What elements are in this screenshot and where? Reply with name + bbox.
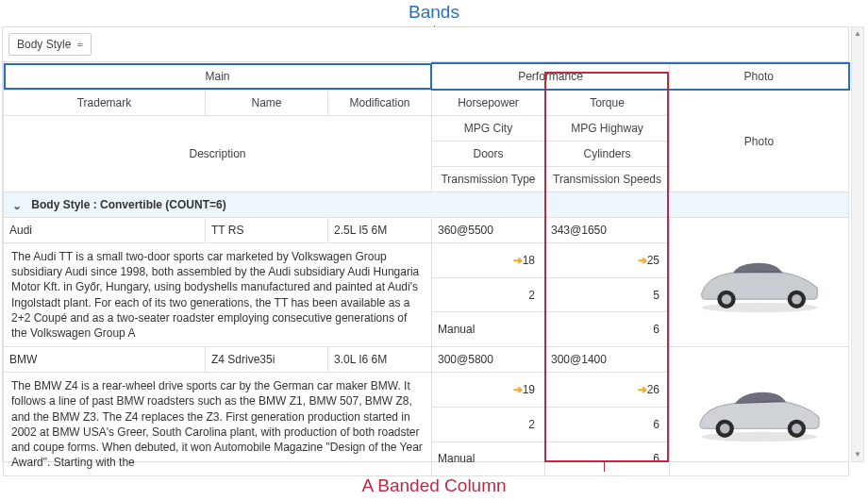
cell-doors: 2 <box>432 407 545 442</box>
col-horsepower[interactable]: Horsepower <box>432 90 545 116</box>
arrow-right-icon: ➔ <box>509 383 523 396</box>
col-cylinders[interactable]: Cylinders <box>545 142 670 167</box>
svg-point-9 <box>792 424 802 434</box>
col-mpg-city[interactable]: MPG City <box>432 116 545 142</box>
band-performance[interactable]: Performance <box>432 63 670 90</box>
scroll-up-icon[interactable]: ▲ <box>852 27 863 41</box>
scroll-down-icon[interactable]: ▼ <box>852 448 863 461</box>
cell-horsepower: 360@5500 <box>432 218 545 243</box>
cell-torque: 343@1650 <box>545 218 670 243</box>
cell-transmission-type: Manual <box>432 442 545 476</box>
cell-name: TT RS <box>206 218 328 243</box>
cell-cylinders: 6 <box>545 407 670 442</box>
col-name[interactable]: Name <box>206 90 328 116</box>
arrow-right-icon: ➔ <box>634 254 647 267</box>
annotation-banded-column-label: A Banded Column <box>0 475 868 496</box>
arrow-right-icon: ➔ <box>509 254 523 267</box>
cell-trademark: Audi <box>4 218 206 243</box>
cell-mpg-highway: ➔26 <box>545 373 670 408</box>
column-header-row-1: Trademark Name Modification Horsepower T… <box>4 90 849 116</box>
col-transmission-speeds[interactable]: Transmission Speeds <box>545 167 670 192</box>
group-row-convertible[interactable]: ⌄ Body Style : Convertible (COUNT=6) <box>4 192 849 218</box>
arrow-right-icon: ➔ <box>634 383 647 396</box>
group-panel[interactable]: Body Style ≐ <box>3 27 848 62</box>
group-chip-body-style[interactable]: Body Style ≐ <box>8 33 92 56</box>
col-transmission-type[interactable]: Transmission Type <box>432 167 545 192</box>
grid-panel: Body Style ≐ Main Performance Photo Trad… <box>2 26 849 462</box>
table-row[interactable]: BMW Z4 Sdrive35i 3.0L I6 6M 300@5800 300… <box>4 347 849 373</box>
col-mpg-highway[interactable]: MPG Highway <box>545 116 670 142</box>
svg-point-7 <box>720 424 730 434</box>
cell-description: The Audi TT is a small two-door sports c… <box>4 243 432 347</box>
svg-point-4 <box>792 294 802 305</box>
cell-description: The BMW Z4 is a rear-wheel drive sports … <box>4 373 432 476</box>
cell-transmission-type: Manual <box>432 312 545 347</box>
annotation-banded-column-line <box>604 462 605 472</box>
car-image <box>689 248 830 314</box>
annotation-bands-label: Bands <box>0 2 868 23</box>
car-image <box>689 377 830 443</box>
col-trademark[interactable]: Trademark <box>4 90 206 116</box>
cell-modification: 2.5L I5 6M <box>328 218 432 243</box>
band-photo[interactable]: Photo <box>670 63 849 90</box>
chevron-down-icon[interactable]: ⌄ <box>11 199 23 212</box>
band-main[interactable]: Main <box>4 63 432 90</box>
group-row-label: Body Style : Convertible (COUNT=6) <box>31 198 225 211</box>
cell-mpg-highway: ➔25 <box>545 243 670 278</box>
col-photo[interactable]: Photo <box>670 90 849 192</box>
group-chip-label: Body Style <box>17 38 71 51</box>
cell-horsepower: 300@5800 <box>432 347 545 373</box>
col-torque[interactable]: Torque <box>545 90 670 116</box>
cell-doors: 2 <box>432 277 545 312</box>
col-doors[interactable]: Doors <box>432 142 545 167</box>
cell-modification: 3.0L I6 6M <box>328 347 432 373</box>
vertical-scrollbar[interactable]: ▲ ▼ <box>851 26 864 462</box>
cell-photo <box>670 347 849 476</box>
cell-transmission-speeds: 6 <box>545 442 670 476</box>
cell-transmission-speeds: 6 <box>545 312 670 347</box>
band-header-row: Main Performance Photo <box>4 63 849 90</box>
cell-photo <box>670 218 849 347</box>
sort-icon: ≐ <box>76 40 83 49</box>
cell-mpg-city: ➔18 <box>432 243 545 278</box>
col-description[interactable]: Description <box>4 116 432 192</box>
cell-mpg-city: ➔19 <box>432 373 545 408</box>
col-modification[interactable]: Modification <box>328 90 432 116</box>
svg-point-2 <box>721 294 731 305</box>
cell-cylinders: 5 <box>545 277 670 312</box>
cell-name: Z4 Sdrive35i <box>206 347 328 373</box>
data-grid: Main Performance Photo Trademark Name Mo… <box>3 62 850 476</box>
cell-torque: 300@1400 <box>545 347 670 373</box>
table-row[interactable]: Audi TT RS 2.5L I5 6M 360@5500 343@1650 <box>4 218 849 243</box>
cell-trademark: BMW <box>4 347 206 373</box>
